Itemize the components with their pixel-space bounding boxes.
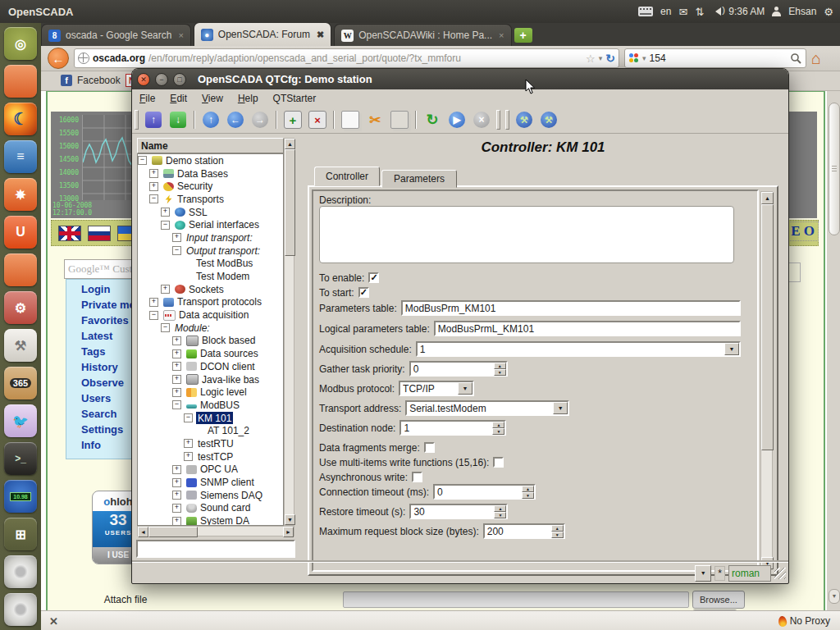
tree-expander-icon[interactable] xyxy=(172,400,181,409)
addon-bar-close-icon[interactable]: ✕ xyxy=(49,615,58,628)
description-textarea[interactable] xyxy=(319,206,734,263)
gather-task-priority-spinner[interactable]: 0 ▲▼ xyxy=(409,361,508,377)
tree-expander-icon[interactable] xyxy=(172,336,181,345)
window-close-icon[interactable]: ✕ xyxy=(137,73,150,86)
tree-expander-icon[interactable] xyxy=(172,233,181,242)
tree-expander-icon[interactable] xyxy=(172,491,181,500)
bookmark-facebook[interactable]: Facebook xyxy=(77,75,121,86)
tree-expander-icon[interactable] xyxy=(161,285,170,294)
tree-expander-icon[interactable] xyxy=(149,182,158,191)
back-button[interactable]: ← xyxy=(48,48,69,69)
tree-item[interactable]: Data acquisition xyxy=(138,308,283,322)
tree-expander-icon[interactable] xyxy=(184,439,193,448)
update-badge-icon[interactable]: 365 xyxy=(4,367,37,399)
tree-expander-icon[interactable] xyxy=(172,504,181,513)
tree-scroll-up-icon[interactable]: ▲ xyxy=(285,139,295,149)
load-from-db-icon[interactable]: ↑ xyxy=(143,109,164,130)
tree-item[interactable]: Block based xyxy=(138,335,283,348)
tree-expander-icon[interactable] xyxy=(172,362,181,371)
transport-address-combo[interactable]: Serial.testModem ▼ xyxy=(405,400,569,416)
tree-item[interactable]: SNMP client xyxy=(138,476,283,489)
tree-item[interactable]: Demo station xyxy=(138,154,283,167)
session-gear-icon[interactable]: ⚙ xyxy=(824,6,833,18)
keyboard-icon[interactable] xyxy=(638,7,653,16)
spin-down-icon[interactable]: ▼ xyxy=(551,532,564,538)
start-icon[interactable]: ▶ xyxy=(446,109,468,130)
tree-item[interactable]: ModBUS xyxy=(138,399,283,412)
tree-item[interactable]: Test ModBus xyxy=(138,258,283,271)
tree-expander-icon[interactable] xyxy=(195,427,203,435)
back-icon[interactable]: ← xyxy=(225,109,246,130)
pidgin-icon[interactable]: 🐦 xyxy=(4,404,37,437)
browser-tab[interactable]: W OpenSCADAWiki : Home Pa... × xyxy=(334,24,511,46)
workspace-switcher-icon[interactable]: ⊞ xyxy=(4,518,37,550)
tree-expander-icon[interactable] xyxy=(172,517,181,526)
tree-scroll-left-icon[interactable]: ◄ xyxy=(138,527,148,537)
save-to-db-icon[interactable]: ↓ xyxy=(167,109,189,130)
status-combo-button[interactable]: ▼ xyxy=(695,565,711,582)
tree-item[interactable]: testRTU xyxy=(138,437,283,450)
up-level-icon[interactable]: ↑ xyxy=(200,109,221,130)
tree-hscroll-thumb[interactable] xyxy=(148,527,198,537)
openscada-icon[interactable]: 10.98 xyxy=(4,480,37,513)
tree-item[interactable]: Data sources xyxy=(138,347,283,360)
tree-expander-icon[interactable] xyxy=(172,375,181,384)
spin-up-icon[interactable]: ▲ xyxy=(551,525,564,532)
tree-expander-icon[interactable] xyxy=(161,323,170,332)
refresh-icon[interactable]: ↻ xyxy=(422,109,443,130)
tree-item[interactable]: Module: xyxy=(138,322,283,335)
tree-item[interactable]: System DA xyxy=(138,514,283,526)
tab-close-icon[interactable]: × xyxy=(499,30,504,40)
spin-down-icon[interactable]: ▼ xyxy=(492,428,504,435)
qtstarter-edit-icon[interactable]: ⚒ xyxy=(538,109,559,130)
tab-controller[interactable]: Controller xyxy=(314,167,380,186)
tree-expander-icon[interactable] xyxy=(184,452,193,461)
files-folder-icon[interactable] xyxy=(4,65,37,98)
spin-up-icon[interactable]: ▲ xyxy=(494,363,506,369)
search-value[interactable]: 154 xyxy=(650,52,787,64)
tree-item[interactable]: Output transport: xyxy=(138,244,283,258)
tree-item[interactable]: testTCP xyxy=(138,450,283,463)
page-scroll-down-icon[interactable]: ▼ xyxy=(829,589,840,604)
url-dropdown-icon[interactable]: ▾ xyxy=(599,54,603,62)
tab-parameters[interactable]: Parameters xyxy=(381,170,457,188)
logical-parameters-table-input[interactable] xyxy=(434,321,741,336)
ubuntu-one-icon[interactable]: U xyxy=(4,216,37,249)
system-settings-icon[interactable]: ⚙ xyxy=(4,291,37,324)
spin-down-icon[interactable]: ▼ xyxy=(494,512,506,518)
connection-timeout-spinner[interactable]: 0 ▲▼ xyxy=(433,484,536,500)
search-engine-dropdown-icon[interactable]: ▾ xyxy=(642,54,646,62)
magnifier-icon[interactable] xyxy=(790,52,801,64)
asynchronous-write-checkbox[interactable]: ✓ xyxy=(412,472,422,482)
tree-item[interactable]: Logic level xyxy=(138,386,283,399)
libreoffice-writer-icon[interactable]: ≡ xyxy=(4,140,37,173)
acquisition-schedule-combo[interactable]: 1 ▼ xyxy=(416,341,741,357)
tree-item[interactable]: KM 101 xyxy=(138,412,283,425)
tree-item[interactable]: Java-like bas xyxy=(138,373,283,386)
window-maximize-icon[interactable]: □ xyxy=(173,73,186,86)
tree-expander-icon[interactable] xyxy=(138,156,147,165)
delete-item-icon[interactable]: × xyxy=(307,109,328,130)
menu-item[interactable]: QTStarter xyxy=(266,91,324,106)
status-user-field[interactable]: roman xyxy=(728,565,771,582)
tree-expander-icon[interactable] xyxy=(172,465,181,474)
folder-icon[interactable] xyxy=(4,253,37,286)
browse-button[interactable]: Browse... xyxy=(692,591,745,609)
paste-icon[interactable] xyxy=(389,109,410,130)
menu-item[interactable]: Help xyxy=(231,91,266,106)
copy-icon[interactable] xyxy=(340,109,361,130)
panel-scroll-up-icon[interactable]: ▲ xyxy=(761,192,774,204)
window-minimize-icon[interactable]: − xyxy=(155,73,168,86)
menu-item[interactable]: File xyxy=(132,91,162,106)
combo-caret-icon[interactable]: ▼ xyxy=(724,343,739,355)
tree-item[interactable]: Transports xyxy=(138,193,283,206)
combo-caret-icon[interactable]: ▼ xyxy=(458,382,472,395)
new-tab-button[interactable]: + xyxy=(514,28,532,43)
tree-expander-icon[interactable] xyxy=(172,349,181,358)
menu-item[interactable]: View xyxy=(194,91,231,106)
network-arrows-icon[interactable]: ⇅ xyxy=(695,6,704,18)
tree-item[interactable]: OPC UA xyxy=(138,463,283,477)
tab-close-icon[interactable]: ✖ xyxy=(317,30,324,40)
clock[interactable]: 9:36 AM xyxy=(728,6,765,17)
tree-item[interactable]: Siemens DAQ xyxy=(138,489,283,502)
